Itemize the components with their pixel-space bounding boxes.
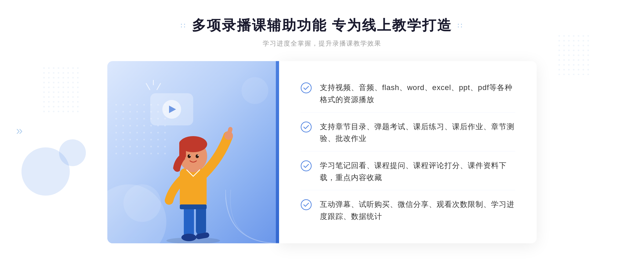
svg-point-15 bbox=[196, 154, 199, 158]
svg-point-7 bbox=[181, 234, 196, 241]
right-decorator: ∷ bbox=[458, 21, 463, 30]
bg-dot-pattern-right bbox=[558, 35, 590, 75]
svg-point-14 bbox=[188, 154, 191, 158]
svg-point-24 bbox=[301, 200, 311, 210]
svg-point-21 bbox=[301, 83, 311, 93]
header-section: ∷ 多项录播课辅助功能 专为线上教学打造 ∷ 学习进度全掌握，提升录播课教学效果 bbox=[181, 16, 463, 48]
check-icon-4 bbox=[301, 199, 312, 210]
feature-text-1: 支持视频、音频、flash、word、excel、ppt、pdf等各种格式的资源… bbox=[320, 82, 515, 106]
feature-text-2: 支持章节目录、弹题考试、课后练习、课后作业、章节测验、批改作业 bbox=[320, 121, 515, 145]
ray-3 bbox=[156, 83, 161, 90]
ray-2 bbox=[153, 80, 154, 85]
check-icon-3 bbox=[301, 160, 312, 171]
page-wrapper: » ∷ 多项录播课辅助功能 专为线上教学打造 ∷ 学习进度全掌握，提升录播课教学… bbox=[0, 0, 644, 261]
main-title: 多项录播课辅助功能 专为线上教学打造 bbox=[192, 16, 452, 35]
deco-circle-top bbox=[241, 77, 268, 104]
feature-item-1: 支持视频、音频、flash、word、excel、ppt、pdf等各种格式的资源… bbox=[301, 75, 515, 113]
svg-rect-3 bbox=[558, 35, 590, 75]
feature-item-3: 学习笔记回看、课程提问、课程评论打分、课件资料下载，重点内容收藏 bbox=[301, 153, 515, 191]
left-decorator: ∷ bbox=[181, 21, 186, 30]
check-icon-1 bbox=[301, 82, 312, 94]
svg-point-16 bbox=[189, 155, 191, 156]
svg-rect-20 bbox=[180, 204, 207, 209]
feature-text-3: 学习笔记回看、课程提问、课程评论打分、课件资料下载，重点内容收藏 bbox=[320, 160, 515, 184]
check-icon-2 bbox=[301, 121, 312, 133]
svg-point-17 bbox=[197, 155, 199, 156]
deco-arc bbox=[225, 190, 279, 243]
ray-1 bbox=[146, 83, 151, 90]
sub-title: 学习进度全掌握，提升录播课教学效果 bbox=[181, 39, 463, 48]
feature-text-4: 互动弹幕、试听购买、微信分享、观看次数限制、学习进度跟踪、数据统计 bbox=[320, 199, 515, 223]
svg-rect-1 bbox=[43, 67, 80, 115]
content-area: // Create 64 dots for(let i = 0; i < 64;… bbox=[107, 61, 537, 243]
svg-point-22 bbox=[301, 122, 311, 132]
left-arrow-decoration: » bbox=[16, 124, 23, 137]
deco-circle-bg-2 bbox=[59, 139, 86, 166]
bg-dot-pattern-left bbox=[43, 67, 80, 115]
feature-item-2: 支持章节目录、弹题考试、课后练习、课后作业、章节测验、批改作业 bbox=[301, 114, 515, 152]
feature-item-4: 互动弹幕、试听购买、微信分享、观看次数限制、学习进度跟踪、数据统计 bbox=[301, 192, 515, 229]
header-decorators: ∷ 多项录播课辅助功能 专为线上教学打造 ∷ bbox=[181, 16, 463, 35]
illustration-card: // Create 64 dots for(let i = 0; i < 64;… bbox=[107, 61, 279, 243]
svg-point-23 bbox=[301, 161, 311, 171]
features-panel: 支持视频、音频、flash、word、excel、ppt、pdf等各种格式的资源… bbox=[279, 61, 537, 243]
